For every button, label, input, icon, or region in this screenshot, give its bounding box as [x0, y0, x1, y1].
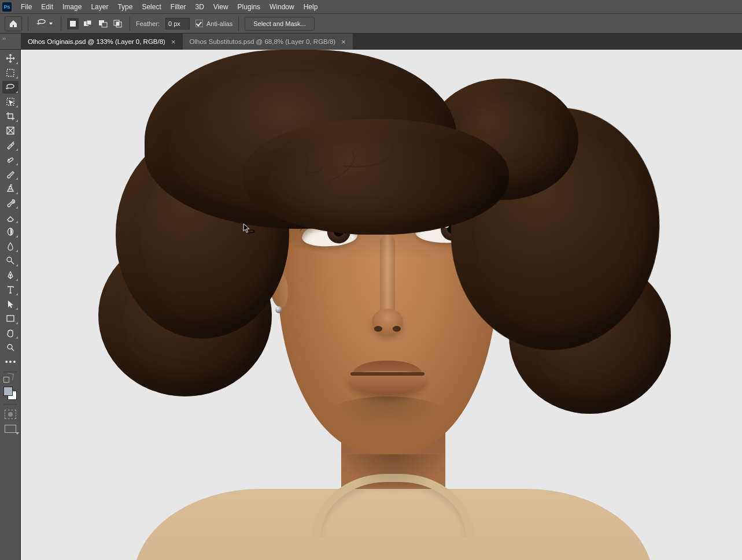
move-tool[interactable]	[2, 52, 19, 65]
path-selection-tool[interactable]	[2, 298, 19, 310]
hand-tool[interactable]	[2, 327, 19, 339]
zoom-tool[interactable]	[2, 341, 19, 354]
menu-type[interactable]: Type	[113, 1, 137, 13]
options-bar: Feather: Anti-alias Select and Mask...	[0, 13, 742, 34]
home-icon	[9, 19, 18, 28]
canvas[interactable]	[21, 50, 742, 560]
menu-layer[interactable]: Layer	[86, 1, 113, 13]
separator	[61, 16, 61, 31]
type-tool[interactable]	[2, 283, 19, 296]
menu-filter[interactable]: Filter	[166, 1, 191, 13]
svg-rect-0	[70, 21, 76, 27]
object-selection-tool[interactable]	[2, 95, 19, 108]
eyedropper-tool[interactable]	[2, 139, 19, 151]
selection-intersect[interactable]	[112, 18, 124, 29]
chevron-down-icon	[49, 23, 53, 25]
checkbox-box	[195, 20, 203, 27]
brush-tool[interactable]	[2, 168, 19, 180]
dodge-tool[interactable]	[2, 254, 19, 267]
close-icon[interactable]: ×	[341, 38, 346, 46]
svg-rect-7	[116, 22, 119, 25]
lasso-icon	[36, 18, 47, 29]
quick-mask-toggle[interactable]	[2, 408, 19, 421]
foreground-color[interactable]	[3, 387, 13, 396]
menu-file[interactable]: File	[16, 1, 36, 13]
menu-select[interactable]: Select	[137, 1, 165, 13]
feather-input[interactable]	[165, 18, 190, 29]
document-tab-label: Olhos Originais.psd @ 133% (Layer 0, RGB…	[28, 38, 165, 45]
svg-point-12	[7, 257, 12, 262]
menu-help[interactable]: Help	[299, 1, 323, 13]
selection-subtract[interactable]	[97, 18, 109, 29]
separator	[238, 16, 239, 31]
close-icon[interactable]: ×	[171, 38, 176, 46]
home-button[interactable]	[5, 16, 22, 31]
healing-brush-tool[interactable]	[2, 153, 19, 166]
menu-view[interactable]: View	[209, 1, 233, 13]
selection-mode-group	[67, 18, 124, 29]
blur-tool[interactable]	[2, 240, 19, 253]
svg-point-15	[8, 344, 12, 349]
marquee-tool[interactable]	[2, 66, 19, 79]
feather-label: Feather:	[136, 20, 160, 27]
separator	[130, 16, 130, 31]
separator	[3, 372, 17, 372]
rectangle-tool[interactable]	[2, 312, 19, 325]
screen-mode-toggle[interactable]	[2, 422, 19, 435]
menu-edit[interactable]: Edit	[36, 1, 58, 13]
document-tab-label: Olhos Substitutos.psd @ 68,8% (Layer 0, …	[190, 38, 336, 45]
selection-add[interactable]	[82, 18, 94, 29]
document-tab-bar: ›› Olhos Originais.psd @ 133% (Layer 0, …	[0, 34, 742, 50]
edit-toolbar[interactable]: •••	[2, 355, 19, 368]
menu-plugins[interactable]: Plugins	[233, 1, 265, 13]
crop-tool[interactable]	[2, 110, 19, 123]
select-and-mask-button[interactable]: Select and Mask...	[245, 17, 315, 31]
app-logo: Ps	[2, 2, 12, 12]
tool-preset-picker[interactable]	[34, 18, 55, 29]
svg-rect-8	[7, 69, 14, 76]
separator	[28, 16, 28, 31]
clone-stamp-tool[interactable]	[2, 182, 19, 195]
document-tab-1[interactable]: Olhos Originais.psd @ 133% (Layer 0, RGB…	[21, 34, 183, 50]
toolbox-expand[interactable]: ››	[0, 34, 21, 50]
eraser-tool[interactable]	[2, 211, 19, 224]
toolbox: •••	[0, 50, 21, 560]
history-brush-tool[interactable]	[2, 196, 19, 209]
lasso-tool[interactable]	[2, 81, 19, 94]
document-tab-2[interactable]: Olhos Substitutos.psd @ 68,8% (Layer 0, …	[183, 34, 353, 50]
canvas-image	[104, 50, 659, 560]
separator	[3, 404, 17, 405]
swap-colors-icon[interactable]	[2, 376, 19, 384]
pen-tool[interactable]	[2, 269, 19, 281]
menu-bar: Ps File Edit Image Layer Type Select Fil…	[0, 0, 742, 13]
frame-tool[interactable]	[2, 124, 19, 137]
antialias-checkbox[interactable]: Anti-alias	[195, 20, 232, 27]
svg-rect-14	[7, 316, 14, 321]
svg-rect-4	[102, 23, 107, 27]
gradient-tool[interactable]	[2, 225, 19, 238]
menu-image[interactable]: Image	[58, 1, 86, 13]
svg-rect-2	[87, 20, 91, 25]
workspace: •••	[0, 50, 742, 560]
antialias-label: Anti-alias	[206, 20, 232, 27]
selection-new[interactable]	[67, 18, 79, 29]
menu-window[interactable]: Window	[265, 1, 299, 13]
color-swatches[interactable]	[2, 385, 19, 400]
menu-3d[interactable]: 3D	[190, 1, 208, 13]
svg-point-13	[10, 275, 11, 276]
